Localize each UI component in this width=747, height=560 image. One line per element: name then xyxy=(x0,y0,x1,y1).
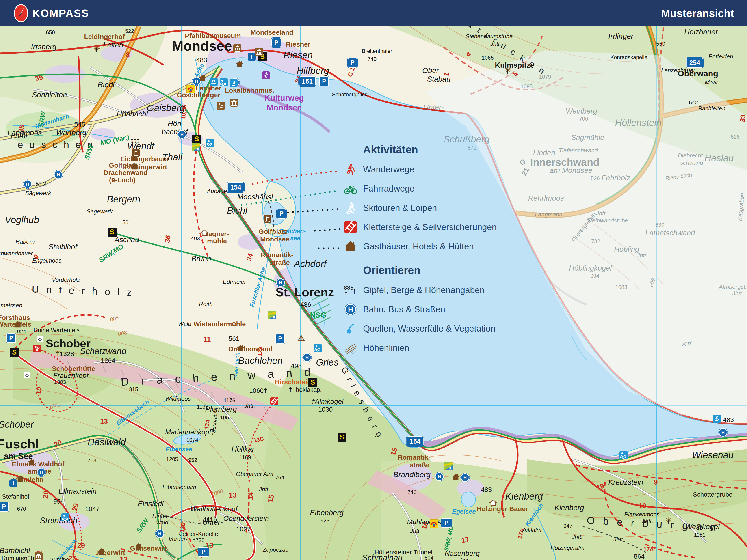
bus-stop-icon: H xyxy=(37,468,46,477)
legend-item-label: Wanderwege xyxy=(363,164,414,174)
map-label: Mondsee xyxy=(172,39,232,53)
map-label: Schwandbauer xyxy=(0,250,33,256)
map-label: 483 xyxy=(723,417,734,423)
map-label: Lokalbahnmus. xyxy=(225,87,274,94)
svg-text:885: 885 xyxy=(344,284,354,291)
map-label: 20 xyxy=(42,490,50,499)
kompass-logo-icon xyxy=(14,4,28,22)
map-label: Irrlinger xyxy=(608,32,634,40)
map-label: Bachleiten xyxy=(698,106,725,111)
hut-icon xyxy=(489,499,497,506)
map-label: Kulmspitze xyxy=(495,61,534,69)
legend-item-hiker: Wanderwege xyxy=(343,160,559,179)
gasthaus-icon xyxy=(98,548,105,555)
map-label: 1169 xyxy=(239,455,251,460)
map-label: Mondsee xyxy=(260,236,289,243)
map-label: Hilfberg xyxy=(297,66,329,76)
gasthaus-icon xyxy=(135,543,142,550)
legend-item-label: Klettersteige & Seilversicherungen xyxy=(363,222,497,232)
map-label: 10,36 xyxy=(180,104,187,119)
map-label: 1176 xyxy=(224,398,235,403)
bus-stop-icon: H xyxy=(54,170,63,179)
map-label: Leiten xyxy=(103,41,123,49)
map-label: 526 xyxy=(591,176,600,181)
map-label: Entfelden xyxy=(709,54,733,59)
parking-icon: P xyxy=(275,334,285,344)
camp-icon xyxy=(298,335,305,341)
map-label: Holzingeralm xyxy=(550,545,585,551)
map-label: Höblingkogel xyxy=(569,264,612,272)
legend-orientation-title: Orientieren xyxy=(363,264,559,276)
map-label: 1095 xyxy=(521,84,533,89)
map-label: †735 xyxy=(192,538,204,543)
route-badge: 154 xyxy=(227,182,244,192)
cave-icon xyxy=(24,372,30,378)
swimming-icon xyxy=(61,513,70,522)
map-label: 29 xyxy=(77,542,85,549)
map-label: 542 xyxy=(689,100,698,105)
legend-item-peak: 885†Gipfel, Berge & Höhenangaben xyxy=(343,281,559,300)
map-label: Riesen xyxy=(284,50,313,60)
map-label: 11 xyxy=(204,336,211,343)
parking-icon: P xyxy=(319,76,329,86)
map-label: Schafbergblick xyxy=(332,92,367,97)
map-label: Weinkogel xyxy=(685,523,719,530)
map-label: Mooshäusl xyxy=(237,193,273,201)
skier-icon xyxy=(343,201,358,215)
museum-icon xyxy=(230,99,238,107)
sailing-icon xyxy=(230,79,237,87)
map-label: 1074 xyxy=(186,437,198,443)
map-label: 29 xyxy=(71,502,80,512)
map-label: 8 xyxy=(126,52,130,58)
route-badge: 154 xyxy=(407,436,423,447)
map-label: 19 xyxy=(639,502,646,509)
map-label: 1205 xyxy=(166,456,178,462)
map-label: 670 xyxy=(17,506,26,512)
map-label: 1060† xyxy=(249,388,267,394)
map-label: 1079 xyxy=(539,74,551,80)
ski-area-icon xyxy=(444,462,453,471)
map-label: wald xyxy=(156,519,168,525)
map-label: Ober- xyxy=(422,67,441,74)
map-label: 17A xyxy=(643,546,654,552)
map-label: 626 xyxy=(731,134,740,139)
summer-toll-icon: S xyxy=(10,348,19,357)
map-label: 493 xyxy=(191,236,200,241)
map-label: Diebrecht- xyxy=(678,153,705,158)
map-label: 1027 xyxy=(236,526,251,532)
map-label: Langmoos xyxy=(7,129,42,136)
map-label: Einsiedl xyxy=(137,500,163,507)
map-label: 746 xyxy=(408,490,416,495)
map-label: Moar xyxy=(705,80,718,85)
map-label: 545 xyxy=(74,121,85,128)
map-label: 1264 xyxy=(101,357,115,364)
route-badge: 151 xyxy=(299,76,316,86)
swimming-icon xyxy=(220,78,228,86)
bus-stop-icon: H xyxy=(719,428,727,437)
map-label: Jhtt. xyxy=(642,518,653,524)
map-label: Schottergrube xyxy=(693,491,732,498)
map-label: Jhtt. xyxy=(259,486,270,492)
map-label: 604 xyxy=(424,555,434,560)
museum-icon xyxy=(255,48,263,56)
playground-icon xyxy=(217,102,225,110)
legend-item-label: Gasthäuser, Hotels & Hütten xyxy=(363,241,474,251)
map-label: 753 xyxy=(460,557,468,560)
map-label: Wiesenau xyxy=(692,450,733,460)
map-label: Mariannenkopf† xyxy=(165,428,215,435)
map-label: Wistaudermühle xyxy=(194,321,246,327)
bus-stop-icon: H xyxy=(178,130,186,139)
map-label: 815 xyxy=(129,386,138,392)
map-label: †1328 xyxy=(56,351,74,357)
map-label: 994 xyxy=(590,273,599,279)
gasthaus-icon xyxy=(16,475,24,482)
map-label: Kienberg xyxy=(505,492,543,501)
legend-item-stop: HBahn, Bus & Straßen xyxy=(343,300,559,319)
map-label: straße xyxy=(269,259,290,266)
map-label: mmeissen xyxy=(0,302,22,308)
map-label: Kienberg xyxy=(555,504,584,511)
map-label: 1105 xyxy=(217,415,229,420)
legend-orientation-items: 885†Gipfel, Berge & HöhenangabenHBahn, B… xyxy=(343,281,559,357)
map-label: Siebenbaumstube. xyxy=(466,33,514,39)
cave-icon xyxy=(36,336,43,343)
